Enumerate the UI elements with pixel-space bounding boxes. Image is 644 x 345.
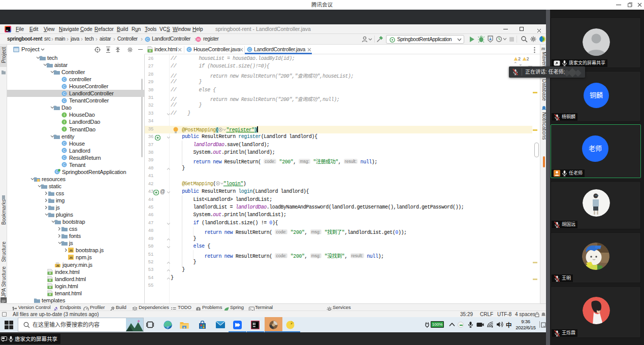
- svg-text:101: 101: [55, 262, 59, 265]
- svg-text:I: I: [64, 120, 65, 124]
- svg-text:C: C: [63, 155, 66, 160]
- svg-text:C: C: [63, 84, 66, 89]
- svg-text:m: m: [197, 37, 200, 42]
- svg-text:H: H: [49, 271, 51, 274]
- svg-text:C: C: [146, 37, 149, 42]
- svg-text:H: H: [49, 279, 51, 282]
- svg-text:C: C: [63, 148, 66, 153]
- svg-text:I: I: [64, 113, 65, 117]
- svg-text:C: C: [188, 47, 191, 52]
- svg-text:C: C: [63, 91, 66, 96]
- svg-text:I: I: [64, 127, 65, 131]
- svg-text:C: C: [63, 141, 66, 146]
- svg-text:C: C: [248, 47, 251, 52]
- svg-text:H: H: [49, 286, 51, 289]
- svg-text:C: C: [63, 77, 66, 82]
- svg-text:H: H: [49, 293, 51, 296]
- svg-text:C: C: [63, 163, 66, 167]
- svg-text:JS: JS: [56, 264, 59, 267]
- svg-text:JS: JS: [69, 256, 73, 259]
- svg-text:C: C: [63, 98, 66, 103]
- svg-text:JS: JS: [69, 249, 73, 252]
- svg-text:H: H: [149, 49, 151, 52]
